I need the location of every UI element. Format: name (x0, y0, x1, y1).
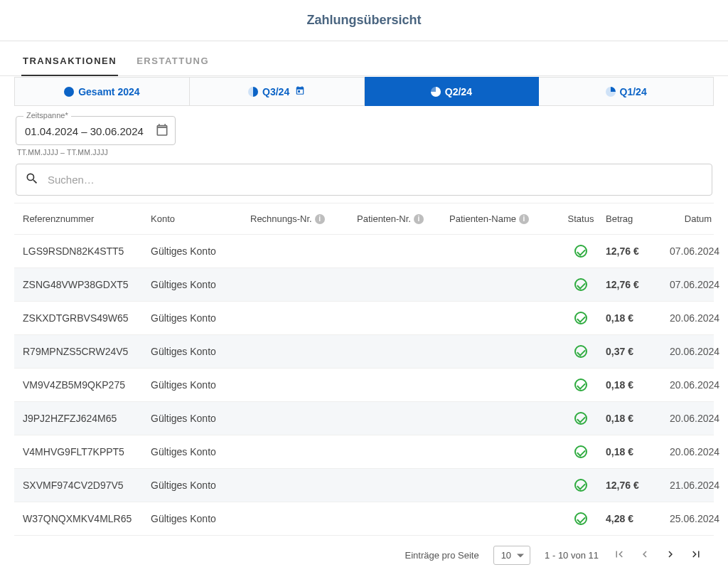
table-row[interactable]: J9PJ2HZFZJ624M65Gültiges Konto0,18 €20.0… (14, 402, 714, 435)
transactions-table: Referenznummer Konto Rechnungs-Nr. i Pat… (14, 203, 714, 536)
info-icon[interactable]: i (414, 214, 424, 224)
date-range-legend: Zeitspanne* (23, 111, 71, 120)
cell-ref: ZSKXDTGRBVS49W65 (23, 312, 151, 324)
check-circle-icon (574, 345, 587, 358)
full-pie-icon (64, 87, 74, 97)
th-date[interactable]: Datum (670, 213, 727, 224)
table-row[interactable]: SXVMF974CV2D97V5Gültiges Konto12,76 €21.… (14, 469, 714, 502)
qtab-q3-24[interactable]: Q3/24 (190, 77, 365, 106)
three-quarter-pie-icon (431, 87, 441, 97)
qtab-q1-24[interactable]: Q1/24 (539, 77, 714, 106)
cell-account: Gültiges Konto (151, 413, 250, 424)
pager-first-button[interactable] (613, 548, 626, 563)
calendar-event-icon (295, 85, 305, 97)
quarter-tabs: Gesamt 2024 Q3/24 Q2/24 Q1/24 (14, 77, 714, 106)
th-invoice[interactable]: Rechnungs-Nr. i (250, 213, 357, 224)
qtab-label: Q1/24 (620, 86, 647, 97)
th-patient-no[interactable]: Patienten-Nr. i (357, 213, 449, 224)
qtab-label: Gesamt 2024 (78, 86, 139, 97)
check-circle-icon (574, 412, 587, 425)
info-icon[interactable]: i (315, 214, 325, 224)
cell-amount: 0,18 € (606, 413, 670, 424)
table-row[interactable]: R79MPNZS5CRW24V5Gültiges Konto0,37 €20.0… (14, 335, 714, 369)
table-row[interactable]: ZSKXDTGRBVS49W65Gültiges Konto0,18 €20.0… (14, 302, 714, 335)
cell-status (556, 479, 606, 492)
table-row[interactable]: ZSNG48VWP38GDXT5Gültiges Konto12,76 €07.… (14, 268, 714, 302)
half-pie-icon (248, 87, 258, 97)
cell-ref: VM9V4ZB5M9QKP275 (23, 379, 151, 391)
page-title: Zahlungsübersicht (0, 0, 728, 41)
cell-date: 20.06.2024 (670, 312, 727, 324)
tab-transaktionen[interactable]: TRANSAKTIONEN (21, 50, 118, 76)
th-patient-no-label: Patienten-Nr. (357, 213, 411, 224)
cell-amount: 12,76 € (606, 480, 670, 491)
check-circle-icon (574, 245, 587, 258)
table-row[interactable]: VM9V4ZB5M9QKP275Gültiges Konto0,18 €20.0… (14, 369, 714, 402)
pager-next-button[interactable] (664, 548, 677, 563)
cell-ref: J9PJ2HZFZJ624M65 (23, 413, 151, 424)
search-icon (25, 171, 39, 188)
cell-account: Gültiges Konto (151, 312, 250, 324)
check-circle-icon (574, 445, 587, 458)
paginator: Einträge pro Seite 10 1 - 10 von 11 (14, 536, 714, 577)
calendar-icon[interactable] (155, 122, 169, 139)
cell-ref: LGS9RSDN82K4STT5 (23, 245, 151, 257)
cell-amount: 0,37 € (606, 346, 670, 357)
cell-account: Gültiges Konto (151, 346, 250, 357)
cell-amount: 4,28 € (606, 513, 670, 524)
cell-status (556, 512, 606, 525)
cell-amount: 0,18 € (606, 312, 670, 324)
cell-account: Gültiges Konto (151, 513, 250, 524)
search-input[interactable] (48, 174, 703, 186)
th-patient-name[interactable]: Patienten-Name i (449, 213, 556, 224)
cell-ref: R79MPNZS5CRW24V5 (23, 346, 151, 357)
th-amount[interactable]: Betrag (606, 213, 670, 224)
cell-ref: W37QNQXMKV4MLR65 (23, 513, 151, 524)
pager-items-label: Einträge pro Seite (405, 550, 479, 561)
cell-status (556, 312, 606, 324)
th-status[interactable]: Status (556, 213, 606, 224)
info-icon[interactable]: i (519, 214, 529, 224)
cell-account: Gültiges Konto (151, 245, 250, 257)
cell-date: 07.06.2024 (670, 279, 727, 290)
table-header: Referenznummer Konto Rechnungs-Nr. i Pat… (14, 203, 714, 235)
cell-status (556, 379, 606, 391)
cell-status (556, 278, 606, 291)
qtab-label: Q3/24 (262, 86, 289, 97)
pager-page-size-select[interactable]: 10 (493, 546, 530, 565)
cell-account: Gültiges Konto (151, 279, 250, 290)
tab-erstattung[interactable]: ERSTATTUNG (135, 50, 210, 75)
pager-prev-button[interactable] (638, 548, 651, 563)
qtab-q2-24[interactable]: Q2/24 (365, 77, 540, 106)
table-row[interactable]: V4MHVG9FLT7KPPT5Gültiges Konto0,18 €20.0… (14, 435, 714, 469)
check-circle-icon (574, 379, 587, 391)
cell-account: Gültiges Konto (151, 379, 250, 391)
quarter-pie-icon (606, 87, 616, 97)
cell-amount: 12,76 € (606, 245, 670, 257)
qtab-gesamt-2024[interactable]: Gesamt 2024 (14, 77, 190, 106)
qtab-label: Q2/24 (445, 86, 472, 97)
search-box[interactable] (16, 164, 712, 196)
check-circle-icon (574, 278, 587, 291)
pager-last-button[interactable] (690, 548, 702, 563)
th-ref[interactable]: Referenznummer (23, 213, 151, 224)
cell-ref: V4MHVG9FLT7KPPT5 (23, 446, 151, 457)
table-row[interactable]: W37QNQXMKV4MLR65Gültiges Konto4,28 €25.0… (14, 502, 714, 536)
table-row[interactable]: LGS9RSDN82K4STT5Gültiges Konto12,76 €07.… (14, 235, 714, 268)
date-range-value: 01.04.2024 – 30.06.2024 (25, 125, 144, 137)
date-range-hint: TT.MM.JJJJ – TT.MM.JJJJ (17, 148, 712, 157)
cell-amount: 0,18 € (606, 446, 670, 457)
cell-date: 20.06.2024 (670, 446, 727, 457)
check-circle-icon (574, 512, 587, 525)
cell-date: 20.06.2024 (670, 379, 727, 391)
th-account[interactable]: Konto (151, 213, 250, 224)
cell-ref: ZSNG48VWP38GDXT5 (23, 279, 151, 290)
cell-status (556, 245, 606, 258)
cell-ref: SXVMF974CV2D97V5 (23, 480, 151, 491)
cell-account: Gültiges Konto (151, 446, 250, 457)
cell-date: 25.06.2024 (670, 513, 727, 524)
pager-range: 1 - 10 von 11 (545, 550, 599, 561)
cell-date: 07.06.2024 (670, 245, 727, 257)
date-range-field[interactable]: Zeitspanne* 01.04.2024 – 30.06.2024 (16, 116, 176, 145)
th-invoice-label: Rechnungs-Nr. (250, 213, 312, 224)
